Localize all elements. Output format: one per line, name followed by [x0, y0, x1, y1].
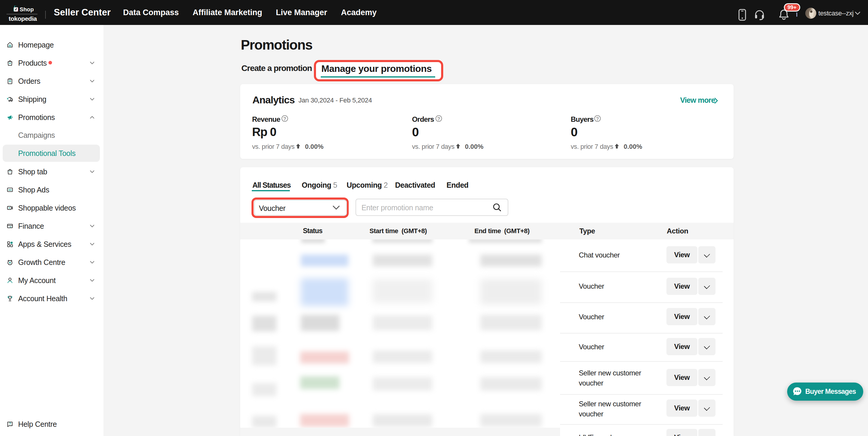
svg-text:?: ? — [9, 422, 11, 425]
svg-text:AD: AD — [8, 189, 12, 191]
